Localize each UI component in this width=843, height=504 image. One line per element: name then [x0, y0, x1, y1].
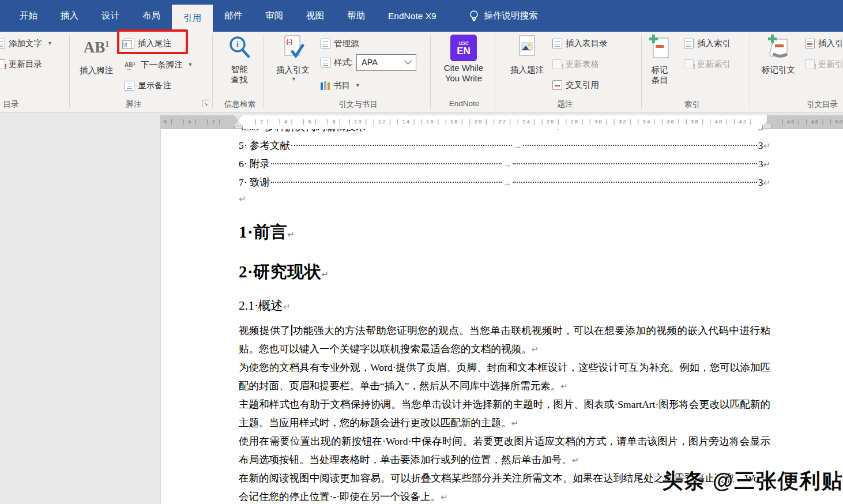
body-paragraph-3[interactable]: 主题和样式也有助于文档保持协调。当您单击设计并选择新的主题时，图片、图表或·Sm… — [239, 396, 770, 432]
group-label-research: 信息检索 — [218, 99, 262, 110]
insert-citation-button[interactable]: (-) 插入引文 ▼ — [272, 35, 314, 82]
ruler-tick-label: | 30 | — [589, 118, 608, 125]
group-label-index: 索引 — [669, 99, 715, 110]
ruler-tick-label: | 14 | — [397, 118, 416, 125]
update-table-of-authorities-icon — [805, 59, 815, 69]
ruler-tick-label: | 50 | — [830, 118, 843, 125]
ruler-tick-label: | 20 | — [469, 118, 488, 125]
text-cursor — [291, 325, 292, 336]
tab-references[interactable]: 引用 — [172, 5, 213, 32]
chevron-down-icon: ▼ — [188, 62, 193, 67]
cross-reference-icon — [552, 80, 562, 90]
chevron-down-icon — [404, 57, 412, 65]
citation-style-row: 样式: APA — [321, 55, 416, 70]
ruler-tick-label: | 36 | — [661, 118, 680, 125]
horizontal-ruler[interactable]: | 6 || 4 || 2 || 2 || 4 || 6 || 8 || 10 … — [160, 115, 843, 129]
next-footnote-button[interactable]: AB1 下一条脚注▼ — [125, 57, 193, 72]
ruler-tick-label: | 16 | — [421, 118, 440, 125]
heading-2-research-status[interactable]: 2·研究现状↵ — [239, 261, 770, 285]
mark-entry-button[interactable]: 标记 条目 — [645, 35, 675, 85]
update-toc-button[interactable]: 更新目录 — [0, 57, 42, 72]
heading-2-1-overview[interactable]: 2.1·概述↵ — [239, 298, 770, 315]
toc-entry-acknowledgements[interactable]: 7· 致谢 → 3 ↵ — [239, 175, 770, 194]
toc-entry-references[interactable]: 5· 参考文献 → 3 ↵ — [239, 138, 770, 157]
lightbulb-icon — [469, 10, 479, 22]
insert-caption-button[interactable]: 插入题注 — [506, 35, 548, 75]
paragraph-mark: ↵ — [283, 302, 291, 312]
endnote-icon: use EN — [450, 35, 477, 61]
paragraph-mark: ↵ — [572, 455, 579, 465]
group-separator — [641, 35, 642, 108]
tab-mailings[interactable]: 邮件 — [213, 0, 254, 32]
chevron-down-icon: ▼ — [355, 82, 360, 88]
ruler-tick-label: | 6 | — [160, 118, 174, 125]
update-table-icon — [552, 59, 562, 69]
document-text: 4.3.3· 多种解决代码编辑技术 → 3 ↵ 5· 参考文献 → 3 ↵ 6·… — [239, 129, 770, 504]
manage-sources-button[interactable]: 管理源 — [321, 36, 359, 51]
ruler-tick-label: | 18 | — [445, 118, 464, 125]
toc-entry-appendix[interactable]: 6· 附录 → 3 ↵ — [239, 157, 770, 175]
cite-while-you-write-button[interactable]: use EN Cite While You Write — [437, 35, 490, 84]
cross-reference-button[interactable]: 交叉引用 — [552, 77, 599, 92]
group-label-toc: 目录 — [0, 99, 25, 110]
ruler-tick-label: | 12 | — [373, 118, 392, 125]
footnotes-dialog-launcher-icon[interactable]: ↘ — [202, 100, 209, 107]
tab-layout[interactable]: 布局 — [131, 0, 172, 32]
tab-review[interactable]: 审阅 — [254, 0, 295, 32]
body-paragraph-1[interactable]: 视频提供了功能强大的方法帮助您证明您的观点。当您单击联机视频时，可以在想要添加的… — [239, 322, 770, 359]
tell-me-search[interactable]: 操作说明搜索 — [457, 0, 550, 32]
ruler-tick-label: | 2 | — [255, 118, 270, 125]
tab-character-mark: → — [503, 178, 511, 188]
update-index-button: 更新索引 — [684, 57, 731, 72]
body-paragraph-4[interactable]: 使用在需要位置出现的新按钮在·Word·中保存时间。若要更改图片适应文档的方式，… — [239, 432, 770, 469]
tab-insert[interactable]: 插入 — [49, 0, 90, 32]
toc-entry-clipped[interactable]: 4.3.3· 多种解决代码编辑技术 → 3 ↵ — [239, 129, 770, 138]
ruler-tick-label: | 2 | — [207, 118, 222, 125]
update-toc-icon — [0, 59, 5, 69]
group-label-endnote: EndNote — [441, 99, 487, 108]
insert-table-of-figures-icon — [552, 39, 562, 48]
insert-table-of-figures-button[interactable]: 插入表目录 — [552, 36, 608, 51]
update-table-of-authorities-button: 更新引 — [805, 57, 843, 72]
bibliography-button[interactable]: 书目▼ — [321, 78, 360, 93]
show-notes-button[interactable]: 显示备注 — [125, 78, 171, 93]
add-text-icon — [0, 39, 5, 48]
ruler-tick-label: | 48 | — [806, 118, 825, 125]
insert-index-button[interactable]: 插入索引 — [684, 36, 731, 51]
tab-design[interactable]: 设计 — [90, 0, 131, 32]
paragraph-mark: ↵ — [511, 418, 519, 428]
bibliography-icon — [321, 81, 330, 90]
group-label-table-of-authorities: 引文目录 — [800, 99, 843, 110]
group-separator — [69, 35, 70, 108]
add-text-button[interactable]: 添加文字▼ — [0, 36, 52, 51]
citation-style-select[interactable]: APA — [356, 54, 416, 71]
show-notes-icon — [125, 81, 134, 91]
tab-character-mark: → — [503, 160, 511, 170]
paragraph-mark: ↵ — [321, 269, 329, 280]
ribbon-tab-bar: 开始 插入 设计 布局 引用 邮件 审阅 视图 帮助 EndNote X9 操作… — [0, 0, 843, 32]
ruler-tick-label: | 38 | — [686, 118, 705, 125]
mark-entry-icon — [648, 35, 672, 63]
group-separator — [212, 35, 213, 108]
group-separator — [495, 35, 495, 108]
paragraph-mark: ↵ — [763, 178, 770, 188]
update-index-icon — [684, 59, 694, 69]
tab-endnote-x9[interactable]: EndNote X9 — [377, 0, 448, 32]
ruler-tick-label: | 6 | — [303, 118, 318, 125]
smart-lookup-button[interactable]: i 智能 查找 — [222, 35, 257, 85]
group-label-citations: 引文与书目 — [321, 99, 396, 110]
ruler-tick-label: | 40 | — [710, 118, 729, 125]
group-separator — [750, 35, 750, 108]
paragraph-mark: ↵ — [239, 194, 246, 204]
body-paragraph-2[interactable]: 为使您的文档具有专业外观，Word·提供了页眉、页脚、封面和文本框设计，这些设计… — [239, 359, 770, 396]
tab-view[interactable]: 视图 — [295, 0, 336, 32]
mark-citation-button[interactable]: 标记引文 — [757, 35, 800, 75]
insert-footnote-button[interactable]: AB1 插入脚注 — [75, 35, 118, 76]
document-page[interactable]: 4.3.3· 多种解决代码编辑技术 → 3 ↵ 5· 参考文献 → 3 ↵ 6·… — [160, 129, 843, 504]
heading-1-foreword[interactable]: 1·前言↵ — [239, 221, 770, 245]
tab-help[interactable]: 帮助 — [336, 0, 377, 32]
tab-home[interactable]: 开始 — [8, 0, 49, 32]
insert-table-of-authorities-button[interactable]: 插入引 — [805, 36, 843, 51]
paragraph-mark: ↵ — [287, 230, 295, 240]
ruler-tick-label: | 28 | — [565, 118, 584, 125]
